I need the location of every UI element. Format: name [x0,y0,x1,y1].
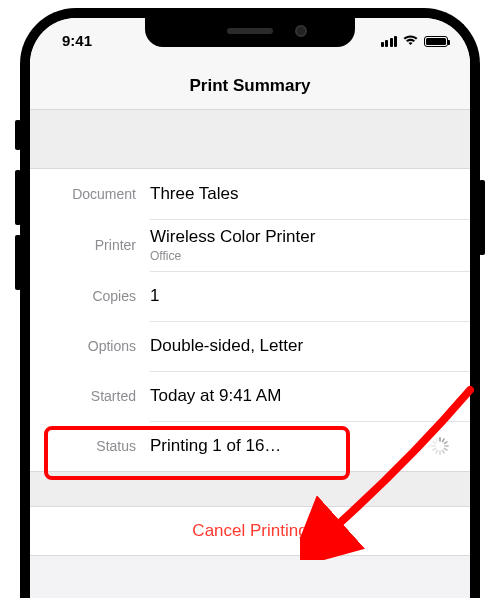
row-printer-value: Wireless Color Printer Office [150,219,470,271]
row-printer-name: Wireless Color Printer [150,227,454,247]
spinner-icon [430,436,450,456]
row-started-value: Today at 9:41 AM [150,376,470,416]
row-copies-label: Copies [46,288,150,304]
wifi-icon [402,32,419,50]
svg-line-1 [443,439,445,442]
row-options: Options Double-sided, Letter [30,321,470,371]
cellular-signal-icon [381,36,398,47]
cancel-printing-button[interactable]: Cancel Printing [192,521,307,541]
phone-notch [145,17,355,47]
content: Document Three Tales Printer Wireless Co… [30,110,470,556]
print-details-group: Document Three Tales Printer Wireless Co… [30,168,470,472]
row-copies-value: 1 [150,276,470,316]
svg-line-10 [433,442,436,444]
svg-line-2 [444,442,447,444]
row-started-label: Started [46,388,150,404]
page-title: Print Summary [190,76,311,96]
svg-line-8 [433,449,436,451]
row-options-label: Options [46,338,150,354]
svg-line-11 [436,439,438,442]
svg-line-4 [444,449,447,451]
svg-line-7 [436,450,438,453]
cancel-row[interactable]: Cancel Printing [30,506,470,556]
row-printer-sub: Office [150,249,454,263]
row-status-label: Status [46,438,150,454]
row-document: Document Three Tales [30,169,470,219]
status-time: 9:41 [62,32,92,49]
row-copies: Copies 1 [30,271,470,321]
phone-frame: 9:41 Print Summary Document Three Tales [20,8,480,598]
status-right [381,32,449,50]
battery-icon [424,36,448,47]
row-document-label: Document [46,186,150,202]
row-document-value: Three Tales [150,174,470,214]
svg-line-5 [443,450,445,453]
row-printer-label: Printer [46,237,150,253]
row-started: Started Today at 9:41 AM [30,371,470,421]
nav-bar: Print Summary [30,62,470,110]
row-status: Status Printing 1 of 16… [30,421,470,471]
row-status-value: Printing 1 of 16… [150,426,470,466]
row-printer: Printer Wireless Color Printer Office [30,219,470,271]
row-options-value: Double-sided, Letter [150,326,470,366]
